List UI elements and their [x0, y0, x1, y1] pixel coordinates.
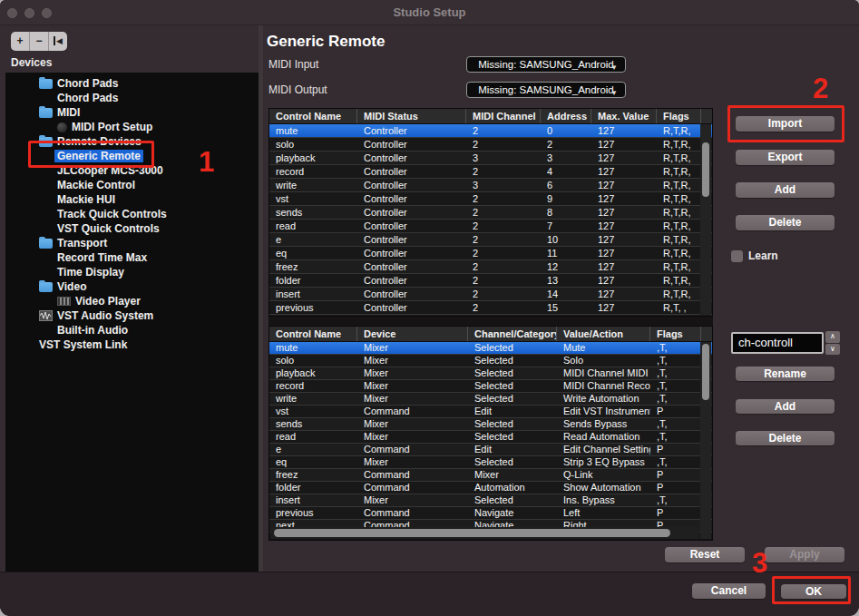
spinner-up-icon[interactable]: ∧ — [825, 331, 840, 343]
table-row[interactable]: muteController20127R,T,R, — [269, 124, 712, 138]
table-row[interactable]: writeMixerSelectedWrite Automation,T, — [269, 393, 712, 406]
table-cell: ,T, — [650, 418, 701, 430]
table-row[interactable]: vstCommandEditEdit VST InstrumentP — [269, 406, 712, 418]
sidebar-item-remote-devices[interactable]: Remote Devices — [5, 134, 259, 149]
remove-device-button[interactable]: − — [30, 32, 49, 51]
sidebar-item-mackie-control[interactable]: Mackie Control — [5, 178, 259, 192]
annotation-number-2: 2 — [813, 74, 828, 103]
table-row[interactable]: eCommandEditEdit Channel SettingP — [269, 444, 712, 456]
sidebar-item-video[interactable]: Video — [5, 279, 259, 294]
table-row[interactable]: soloController22127R,T,R, — [269, 138, 712, 152]
table-row[interactable]: recordMixerSelectedMIDI Channel Reco,T, — [269, 380, 712, 393]
table-cell: mute — [269, 124, 357, 137]
table-row[interactable]: freezController212127R,T,R, — [269, 260, 712, 274]
sidebar-item-built-in-audio[interactable]: Built-in Audio — [5, 323, 259, 337]
table-row[interactable]: sendsMixerSelectedSends Bypass,T, — [269, 418, 712, 431]
table-row[interactable]: readMixerSelectedRead Automation,T, — [269, 431, 712, 444]
sidebar-item-time-display[interactable]: Time Display — [5, 265, 259, 279]
sidebar-item-midi-port-setup[interactable]: MIDI Port Setup — [5, 120, 259, 134]
sidebar-splitter[interactable] — [259, 25, 263, 572]
table-row[interactable]: playbackController33127R,T,R, — [269, 152, 712, 165]
table-cell: 127 — [591, 315, 657, 317]
table-cell: MIDI Channel Reco — [557, 380, 650, 392]
table-cell: Ins. Bypass — [557, 494, 650, 506]
delete-control-button[interactable]: Delete — [736, 215, 835, 230]
sidebar-item-record-time-max[interactable]: Record Time Max — [5, 250, 259, 265]
table-row[interactable]: vstController29127R,T,R, — [269, 192, 712, 206]
table-cell: Mixer — [468, 469, 557, 481]
sidebar-item-chord-pads[interactable]: Chord Pads — [5, 91, 259, 105]
add-control-button[interactable]: Add — [736, 182, 835, 198]
table-row[interactable]: folderCommandAutomationShow AutomationP — [269, 482, 712, 494]
sidebar-item-transport[interactable]: Transport — [5, 236, 259, 250]
sidebar-item-vst-quick-controls[interactable]: VST Quick Controls — [5, 221, 259, 236]
table-row[interactable]: insertMixerSelectedIns. Bypass,T, — [269, 494, 712, 507]
table-row[interactable]: playbackMixerSelectedMIDI Channel MIDI,T… — [269, 367, 712, 380]
table-cell: Command — [357, 469, 468, 481]
sidebar-item-generic-remote[interactable]: Generic Remote — [5, 149, 259, 163]
column-header: Channel/Category — [468, 327, 557, 341]
table-cell: Mixer — [357, 380, 468, 392]
table-cell: 127 — [591, 260, 657, 273]
table-cell: 7 — [541, 220, 591, 232]
sidebar-item-jlcooper-mcs-3000[interactable]: JLCooper MCS-3000 — [5, 163, 259, 178]
table-row[interactable]: eqMixerSelectedStrip 3 EQ Bypass,T, — [269, 456, 712, 469]
sidebar-item-chord-pads[interactable]: Chord Pads — [5, 76, 259, 91]
table-cell: freez — [269, 469, 357, 481]
scrollbar-thumb[interactable] — [702, 344, 709, 400]
table-row[interactable]: folderController213127R,T,R, — [269, 274, 712, 288]
scrollbar-thumb[interactable] — [702, 142, 709, 197]
add-bank-button[interactable]: Add — [736, 399, 835, 414]
learn-checkbox[interactable] — [731, 250, 743, 262]
midi-input-select[interactable]: Missing: SAMSUNG_Android ▼ — [466, 56, 626, 73]
table-cell: freez — [269, 260, 357, 273]
table-cell: ,T, — [650, 367, 701, 379]
vertical-scrollbar[interactable] — [700, 342, 711, 539]
table-row[interactable]: readController27127R,T,R, — [269, 220, 712, 233]
ok-button[interactable]: OK — [781, 584, 846, 599]
table-cell: 127 — [591, 247, 657, 259]
sidebar-item-vst-system-link[interactable]: VST System Link — [5, 337, 259, 352]
table-row[interactable]: eqController211127R,T,R, — [269, 247, 712, 260]
export-button[interactable]: Export — [736, 150, 835, 165]
add-device-button[interactable]: + — [11, 32, 30, 51]
rename-button[interactable]: Rename — [736, 367, 835, 381]
table-row[interactable]: nextController216127R,T,R — [269, 315, 712, 317]
horizontal-scrollbar[interactable] — [270, 527, 699, 539]
sidebar-item-mackie-hui[interactable]: Mackie HUI — [5, 192, 259, 207]
table-row[interactable]: insertController214127R,T,R, — [269, 288, 712, 301]
table-row[interactable]: previousCommandNavigateLeftP — [269, 507, 712, 520]
sidebar-item-label: Time Display — [57, 266, 124, 279]
table-cell: 127 — [591, 301, 657, 314]
column-header: Device — [357, 327, 468, 341]
sidebar-item-label: Chord Pads — [57, 77, 118, 90]
sidebar-item-track-quick-controls[interactable]: Track Quick Controls — [5, 207, 259, 221]
reset-button[interactable]: Reset — [665, 547, 745, 562]
table-row[interactable]: sendsController28127R,T,R, — [269, 206, 712, 220]
sidebar-item-video-player[interactable]: Video Player — [5, 294, 259, 308]
table-row[interactable]: muteMixerSelectedMute,T, — [269, 342, 712, 355]
delete-bank-button[interactable]: Delete — [736, 431, 835, 445]
scrollbar-thumb[interactable] — [274, 529, 670, 537]
table-cell: sends — [269, 418, 357, 430]
folder-icon — [39, 239, 53, 249]
column-header: Flags — [650, 327, 701, 341]
table-row[interactable]: previousController215127R,T, , — [269, 301, 712, 315]
spinner-down-icon[interactable]: ∨ — [825, 344, 840, 356]
cancel-button[interactable]: Cancel — [692, 583, 766, 599]
table-row[interactable]: recordController24127R,T,R, — [269, 165, 712, 179]
page-title: Generic Remote — [267, 33, 385, 51]
bank-name-input[interactable]: ch-controll — [731, 332, 824, 354]
sidebar-item-midi[interactable]: MIDI — [5, 105, 259, 120]
table-row[interactable]: eController210127R,T,R, — [269, 233, 712, 247]
import-button[interactable]: Import — [736, 116, 835, 132]
sidebar-item-vst-audio-system[interactable]: VST Audio System — [5, 308, 259, 323]
table-row[interactable]: soloMixerSelectedSolo,T, — [269, 355, 712, 367]
vertical-scrollbar[interactable] — [700, 124, 711, 315]
folder-icon — [39, 137, 53, 147]
table-row[interactable]: freezCommandMixerQ-LinkP — [269, 469, 712, 482]
table-cell: eq — [269, 247, 357, 259]
table-row[interactable]: writeController36127R,T,R, — [269, 179, 712, 192]
reset-devices-button[interactable]: ◀ — [49, 32, 67, 51]
midi-output-select[interactable]: Missing: SAMSUNG_Android ▼ — [466, 82, 626, 98]
